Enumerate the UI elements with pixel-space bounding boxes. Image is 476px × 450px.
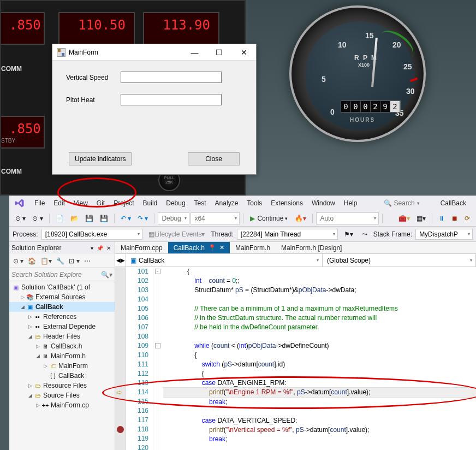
tree-solution[interactable]: ▣Solution 'CallBack' (1 of	[9, 282, 115, 292]
tree-header-files[interactable]: ◢🗁Header Files	[9, 331, 115, 341]
menu-help[interactable]: Help	[340, 197, 362, 209]
nav-left-icon[interactable]: ◀▶	[115, 254, 126, 267]
pin-icon[interactable]: 📍	[208, 244, 216, 252]
visual-studio: File Edit View Git Project Build Debug T…	[9, 196, 476, 450]
breakpoint-gutter[interactable]: ➪	[115, 267, 126, 450]
editor-area: MainForm.cpp CallBack.h📍✕ MainForm.h Mai…	[115, 242, 476, 450]
se-home-button[interactable]: 🏠	[26, 256, 38, 266]
vertical-speed-input[interactable]	[121, 72, 222, 83]
tree-external-sources[interactable]: ▷📚External Sources	[9, 292, 115, 302]
dropdown-icon[interactable]: ▾	[89, 245, 95, 251]
mainform-title: MainForm	[69, 49, 182, 56]
continue-button[interactable]: ▶Continue▾	[247, 215, 291, 222]
solution-explorer-header[interactable]: Solution Explorer ▾ 📌 ✕	[9, 242, 115, 254]
mainform-window: MainForm — ☐ ✕ Vertical Speed Pitot Heat…	[52, 44, 257, 175]
flag-button[interactable]: ⚑▾	[341, 228, 356, 240]
fold-box-icon[interactable]: -	[155, 269, 160, 274]
layout-button[interactable]: ▦▾	[414, 212, 429, 224]
lifecycle-button[interactable]: ▦ Lifecycle Events ▾	[146, 228, 208, 240]
stop-button[interactable]: ⏹	[449, 212, 461, 224]
member-dropdown[interactable]: (Global Scope)	[323, 254, 476, 267]
thread-dropdown[interactable]: [22284] Main Thread	[237, 229, 338, 240]
tab-callback-h[interactable]: CallBack.h📍✕	[168, 242, 230, 253]
nav-fwd-button[interactable]: ⊙ ▾	[29, 212, 45, 224]
tree-mainform-node[interactable]: ▷🏷MainForm	[9, 361, 115, 371]
vs-search[interactable]: 🔍Search▾	[380, 198, 423, 208]
tree-callback-project[interactable]: ◢▣CallBack	[9, 302, 115, 312]
stackframe-dropdown[interactable]: MyDispatchP	[415, 229, 473, 240]
tree-callback-h[interactable]: ▷🗎CallBack.h	[9, 341, 115, 351]
solution-explorer: Solution Explorer ▾ 📌 ✕ ⊙ ▾ 🏠 📋▾ 🔧 ⊡ ▾ ⋯…	[9, 242, 115, 450]
close-icon[interactable]: ✕	[219, 244, 224, 251]
auto-dropdown[interactable]: Auto	[316, 212, 379, 224]
tree-mainform-h[interactable]: ◢🗎MainForm.h	[9, 351, 115, 361]
code-content[interactable]: { int count = 0;; StructDatum* pS = (Str…	[163, 267, 476, 450]
minimize-button[interactable]: —	[182, 45, 207, 60]
tab-mainform-h[interactable]: MainForm.h	[230, 242, 276, 253]
maximize-button[interactable]: ☐	[207, 45, 231, 60]
hot-reload-button[interactable]: 🔥▾	[292, 212, 309, 224]
stackframe-label: Stack Frame:	[373, 230, 412, 238]
menu-extensions[interactable]: Extensions	[266, 197, 307, 209]
tree-references[interactable]: ▷▪▪References	[9, 312, 115, 322]
menu-window[interactable]: Window	[307, 197, 340, 209]
tab-mainform-design[interactable]: MainForm.h [Design]	[276, 242, 347, 253]
menu-analyze[interactable]: Analyze	[211, 197, 243, 209]
se-wrench-button[interactable]: 🔧	[55, 256, 66, 266]
odo-digit: 0	[341, 101, 351, 112]
menu-git[interactable]: Git	[92, 197, 109, 209]
frequency-display-3: 113.90	[143, 12, 219, 45]
tree-mainform-cpp[interactable]: ▷++MainForm.cp	[9, 400, 115, 410]
mainform-titlebar[interactable]: MainForm — ☐ ✕	[52, 44, 256, 61]
pin-icon[interactable]: 📌	[95, 245, 105, 251]
code-editor[interactable]: ➪ 10110210310410510610710810911011111211…	[115, 267, 476, 450]
tree-callback-node[interactable]: { }CallBack	[9, 371, 115, 381]
tree-source-files[interactable]: ◢🗁Source Files	[9, 390, 115, 400]
se-sync-button[interactable]: 📋▾	[39, 256, 53, 266]
menu-tools[interactable]: Tools	[242, 197, 266, 209]
restart-button[interactable]: ⟳	[462, 212, 473, 224]
undo-button[interactable]: ↶ ▾	[118, 212, 134, 224]
menu-view[interactable]: View	[69, 197, 92, 209]
fold-box-icon[interactable]: -	[155, 343, 160, 348]
menu-debug[interactable]: Debug	[162, 197, 189, 209]
threads-button[interactable]: ⤳	[359, 228, 370, 240]
se-more-button[interactable]: ⋯	[82, 256, 92, 266]
menu-edit[interactable]: Edit	[49, 197, 69, 209]
fold-gutter[interactable]: - -	[153, 267, 163, 450]
close-button[interactable]: Close	[188, 152, 240, 165]
solution-explorer-search[interactable]: 🔍▾	[9, 268, 115, 281]
menu-test[interactable]: Test	[190, 197, 211, 209]
close-window-button[interactable]: ✕	[231, 45, 256, 60]
new-button[interactable]: 📄	[53, 212, 67, 224]
update-indicators-button[interactable]: Update indicators	[69, 152, 132, 165]
save-all-button[interactable]: 💾	[97, 212, 111, 224]
frequency-display-1: .850	[1, 12, 45, 45]
tree-external-deps[interactable]: ▷▪▪External Depende	[9, 322, 115, 331]
menu-project[interactable]: Project	[109, 197, 138, 209]
odo-digit: 0	[361, 101, 371, 112]
redo-button[interactable]: ↷ ▾	[135, 212, 151, 224]
se-filter-button[interactable]: ⊡ ▾	[67, 256, 81, 266]
rpm-gauge: 0 5 10 15 20 25 30 35 R P M X100 0 0 0 2…	[289, 5, 426, 142]
platform-dropdown[interactable]: x64	[191, 212, 240, 224]
close-icon[interactable]: ✕	[105, 245, 112, 251]
save-button[interactable]: 💾	[82, 212, 96, 224]
menu-file[interactable]: File	[30, 197, 49, 209]
se-home-button[interactable]: ⊙ ▾	[11, 256, 25, 266]
nav-back-button[interactable]: ⊙ ▾	[13, 212, 28, 224]
line-number-gutter: 1011021031041051061071081091101111121131…	[126, 267, 153, 450]
gauge-needle	[371, 38, 378, 87]
pitot-heat-input[interactable]	[121, 94, 222, 105]
pause-button[interactable]: ⏸	[436, 212, 448, 224]
menu-build[interactable]: Build	[139, 197, 162, 209]
open-button[interactable]: 📂	[68, 212, 81, 224]
breakpoint-icon[interactable]	[117, 426, 124, 433]
tree-resource-files[interactable]: ▷🗁Resource Files	[9, 381, 115, 390]
toolbox-button[interactable]: 🧰▾	[396, 212, 413, 224]
tab-mainform-cpp[interactable]: MainForm.cpp	[115, 242, 168, 253]
config-dropdown[interactable]: Debug	[158, 212, 189, 224]
scope-dropdown[interactable]: ▣CallBack	[126, 254, 323, 267]
se-search-input[interactable]	[11, 271, 101, 279]
process-dropdown[interactable]: [18920] CallBack.exe	[41, 229, 142, 240]
